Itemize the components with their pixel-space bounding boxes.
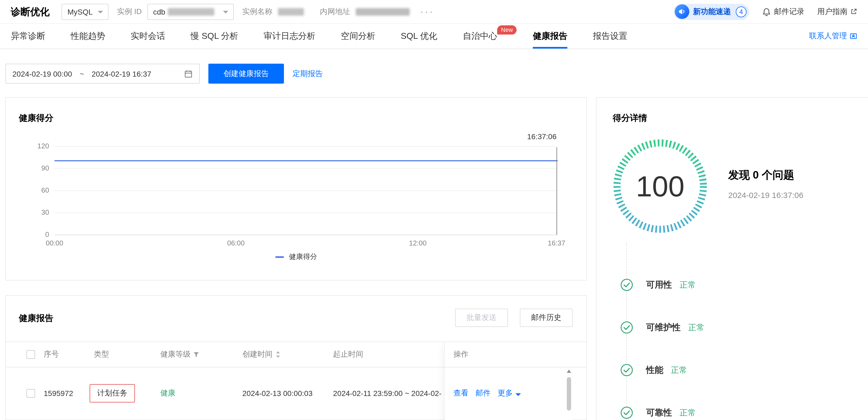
status-item-availability: 可用性 正常 bbox=[620, 277, 696, 292]
main-tabs: 异常诊断 性能趋势 实时会话 慢 SQL 分析 审计日志分析 空间分析 SQL … bbox=[0, 24, 868, 49]
select-all-checkbox[interactable] bbox=[26, 350, 35, 359]
status-badge: 正常 bbox=[688, 322, 705, 333]
status-item-reliability: 可靠性 正常 bbox=[620, 405, 696, 420]
score-details-panel: 得分详情 100 发现 0 个问题 2024-02-19 16:37:06 bbox=[596, 97, 868, 420]
contact-card-icon bbox=[850, 32, 857, 40]
col-actions: 操作 bbox=[445, 342, 573, 367]
legend-line-marker bbox=[275, 256, 284, 258]
batch-send-button[interactable]: 批量发送 bbox=[455, 309, 508, 327]
scrollbar-thumb[interactable] bbox=[567, 377, 571, 411]
y-tick-label: 60 bbox=[11, 186, 49, 195]
y-tick-label: 30 bbox=[11, 208, 49, 218]
col-level: 健康等级 bbox=[160, 342, 199, 367]
more-action-link[interactable]: 更多 bbox=[498, 388, 521, 398]
check-circle-icon bbox=[620, 279, 633, 291]
instance-name-label: 实例名称 bbox=[242, 7, 272, 17]
tab-exception-diagnosis[interactable]: 异常诊断 bbox=[11, 24, 45, 49]
user-guide-link[interactable]: 用户指南 bbox=[817, 7, 857, 17]
more-options-button[interactable]: ··· bbox=[420, 6, 434, 17]
filter-icon[interactable] bbox=[193, 352, 199, 357]
table-scrollbar[interactable] bbox=[566, 367, 572, 420]
contact-management-link[interactable]: 联系人管理 bbox=[809, 31, 857, 41]
engine-select[interactable]: MySQL bbox=[62, 3, 108, 20]
instance-id-label: 实例 ID bbox=[117, 7, 142, 17]
instance-select[interactable]: cdb bbox=[147, 3, 234, 20]
issues-found-text: 发现 0 个问题 bbox=[728, 168, 794, 182]
status-badge: 正常 bbox=[680, 280, 696, 290]
x-axis-line bbox=[55, 235, 558, 235]
mail-action-link[interactable]: 邮件 bbox=[475, 388, 491, 398]
y-tick-label: 90 bbox=[11, 163, 49, 173]
x-tick-label: 06:00 bbox=[227, 239, 245, 247]
y-tick-label: 120 bbox=[11, 141, 49, 151]
tab-space-analysis[interactable]: 空间分析 bbox=[341, 24, 375, 49]
view-action-link[interactable]: 查看 bbox=[454, 388, 469, 398]
gridline bbox=[55, 146, 558, 147]
report-toolbar: 2024-02-19 00:00 ~ 2024-02-19 16:37 创建健康… bbox=[5, 64, 323, 84]
col-created: 创建时间 bbox=[242, 342, 281, 367]
new-features-button[interactable]: 新功能速递 4 bbox=[674, 3, 749, 20]
fixed-actions-column: 操作 查看 邮件 更多 bbox=[444, 342, 573, 420]
megaphone-icon bbox=[675, 4, 689, 19]
check-circle-icon bbox=[620, 321, 633, 334]
periodic-report-link[interactable]: 定期报告 bbox=[292, 69, 323, 78]
tab-slow-sql[interactable]: 慢 SQL 分析 bbox=[191, 24, 238, 49]
status-item-performance: 性能 正常 bbox=[620, 362, 687, 378]
tab-realtime-sessions[interactable]: 实时会话 bbox=[131, 24, 165, 49]
tab-sql-optimization[interactable]: SQL 优化 bbox=[401, 24, 437, 49]
create-health-report-button[interactable]: 创建健康报告 bbox=[208, 64, 284, 84]
tab-performance-trends[interactable]: 性能趋势 bbox=[71, 24, 105, 49]
tab-audit-log[interactable]: 审计日志分析 bbox=[264, 24, 315, 49]
chevron-down-icon bbox=[516, 393, 521, 396]
type-highlight-box: 计划任务 bbox=[90, 384, 135, 402]
check-circle-icon bbox=[620, 406, 633, 419]
chart-crosshair-line bbox=[557, 147, 557, 235]
gridline bbox=[55, 168, 558, 169]
row-checkbox[interactable] bbox=[26, 389, 35, 398]
calendar-icon bbox=[184, 69, 193, 78]
chart-title: 健康得分 bbox=[19, 113, 54, 124]
date-start: 2024-02-19 00:00 bbox=[12, 69, 72, 78]
health-score-gauge: 100 bbox=[612, 137, 709, 235]
redacted-private-ip bbox=[355, 8, 409, 15]
col-range: 起止时间 bbox=[333, 342, 363, 367]
score-series-line bbox=[55, 160, 558, 161]
external-link-icon bbox=[850, 8, 857, 15]
private-ip-label: 内网地址 bbox=[320, 7, 350, 17]
cell-health-level: 健康 bbox=[160, 367, 176, 419]
health-report-card: 健康报告 批量发送 邮件历史 序号 类型 健康等级 创建时间 起止时间 bbox=[5, 295, 587, 420]
col-type: 类型 bbox=[94, 342, 109, 367]
status-item-maintainability: 可维护性 正常 bbox=[620, 320, 705, 335]
date-end: 2024-02-19 16:37 bbox=[92, 69, 151, 78]
gridline bbox=[55, 213, 558, 213]
mail-record-button[interactable]: 邮件记录 bbox=[762, 7, 804, 17]
top-bar: 诊断优化 MySQL 实例 ID cdb 实例名称 内网地址 ··· 新功能速递 bbox=[0, 0, 868, 24]
redacted-instance-name bbox=[278, 8, 304, 15]
tab-autonomy-center[interactable]: 自治中心 New bbox=[463, 24, 497, 49]
col-serial: 序号 bbox=[44, 342, 59, 367]
health-score-card: 健康得分 120 90 60 30 0 16:37:06 00:00 06:00… bbox=[5, 97, 587, 281]
status-badge: 正常 bbox=[671, 365, 687, 375]
score-timestamp: 2024-02-19 16:37:06 bbox=[728, 190, 804, 200]
x-tick-label: 12:00 bbox=[409, 239, 427, 247]
tab-health-report[interactable]: 健康报告 bbox=[533, 24, 567, 49]
table-title: 健康报告 bbox=[19, 313, 54, 324]
sort-icon[interactable] bbox=[275, 351, 281, 358]
cell-created: 2024-02-13 00:00:03 bbox=[242, 367, 313, 419]
status-badge: 正常 bbox=[680, 408, 696, 418]
mail-history-button[interactable]: 邮件历史 bbox=[520, 309, 573, 327]
page-title: 诊断优化 bbox=[11, 5, 50, 18]
bell-icon bbox=[762, 7, 771, 16]
y-tick-label: 0 bbox=[11, 230, 49, 239]
row-actions: 查看 邮件 更多 bbox=[445, 367, 573, 419]
redacted-instance-id bbox=[168, 8, 214, 15]
x-tick-label: 16:37 bbox=[548, 239, 565, 247]
date-range-picker[interactable]: 2024-02-19 00:00 ~ 2024-02-19 16:37 bbox=[5, 64, 200, 84]
tab-report-settings[interactable]: 报告设置 bbox=[593, 24, 627, 49]
scroll-up-arrow-icon[interactable] bbox=[567, 369, 571, 373]
chart-legend[interactable]: 健康得分 bbox=[6, 252, 586, 262]
chevron-down-icon bbox=[223, 10, 228, 13]
x-tick-label: 00:00 bbox=[45, 239, 63, 247]
chevron-down-icon bbox=[97, 10, 103, 13]
dbbrain-console: 诊断优化 MySQL 实例 ID cdb 实例名称 内网地址 ··· 新功能速递 bbox=[0, 0, 868, 420]
